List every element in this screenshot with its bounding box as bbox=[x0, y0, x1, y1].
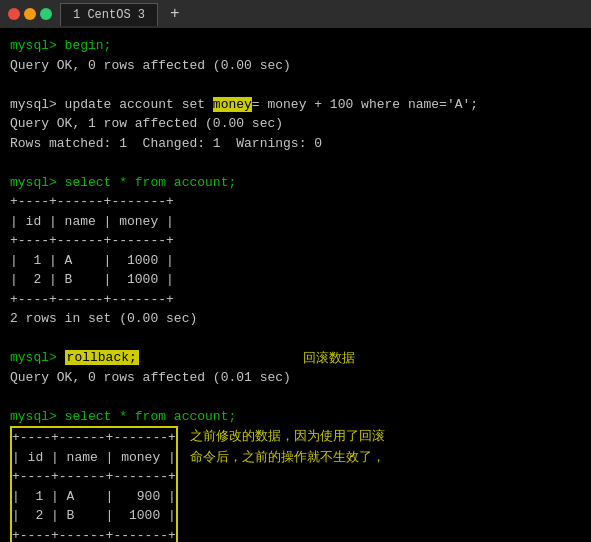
cmd-select1: mysql> select * from account; bbox=[10, 173, 581, 193]
rollback-annotation: 回滚数据 bbox=[303, 348, 355, 368]
table2-annotation: 之前修改的数据，因为使用了回滚命令后，之前的操作就不生效了， bbox=[190, 426, 390, 468]
table2-row2: | 2 | B | 1000 | bbox=[12, 506, 176, 526]
cmd-rollback: mysql> rollback; bbox=[10, 348, 291, 368]
cmd-update: mysql> update account set money= money +… bbox=[10, 95, 581, 115]
table1-header: | id | name | money | bbox=[10, 212, 581, 232]
new-tab-button[interactable]: + bbox=[170, 5, 180, 23]
terminal-tab[interactable]: 1 CentOS 3 bbox=[60, 3, 158, 26]
rollback-command-block: mysql> rollback; Query OK, 0 rows affect… bbox=[10, 348, 291, 387]
table2-header: | id | name | money | bbox=[12, 448, 176, 468]
table1-row2: | 2 | B | 1000 | bbox=[10, 270, 581, 290]
table2-border-bot: +----+------+-------+ bbox=[12, 526, 176, 543]
table1-border-top: +----+------+-------+ bbox=[10, 192, 581, 212]
cmd-select2: mysql> select * from account; bbox=[10, 407, 581, 427]
minimize-icon[interactable] bbox=[24, 8, 36, 20]
out-update1: Query OK, 1 row affected (0.00 sec) bbox=[10, 114, 581, 134]
out-begin: Query OK, 0 rows affected (0.00 sec) bbox=[10, 56, 581, 76]
table2-row1: | 1 | A | 900 | bbox=[12, 487, 176, 507]
table2-section: +----+------+-------+ | id | name | mone… bbox=[10, 426, 581, 542]
table1-border-bot: +----+------+-------+ bbox=[10, 290, 581, 310]
title-bar: 1 CentOS 3 + bbox=[0, 0, 591, 28]
out-update2: Rows matched: 1 Changed: 1 Warnings: 0 bbox=[10, 134, 581, 154]
rows-in-set-1: 2 rows in set (0.00 sec) bbox=[10, 309, 581, 329]
terminal-window[interactable]: mysql> begin; Query OK, 0 rows affected … bbox=[0, 28, 591, 542]
rollback-highlight: rollback; bbox=[65, 350, 139, 365]
rollback-section: mysql> rollback; Query OK, 0 rows affect… bbox=[10, 348, 581, 387]
window-controls bbox=[8, 8, 52, 20]
cmd-begin: mysql> begin; bbox=[10, 36, 581, 56]
table1-row1: | 1 | A | 1000 | bbox=[10, 251, 581, 271]
tab-label: 1 CentOS 3 bbox=[73, 8, 145, 22]
table2-box: +----+------+-------+ | id | name | mone… bbox=[10, 426, 178, 542]
table2-border-top: +----+------+-------+ bbox=[12, 428, 176, 448]
maximize-icon[interactable] bbox=[40, 8, 52, 20]
table2-sep: +----+------+-------+ bbox=[12, 467, 176, 487]
out-rollback: Query OK, 0 rows affected (0.01 sec) bbox=[10, 368, 291, 388]
table1-sep: +----+------+-------+ bbox=[10, 231, 581, 251]
close-icon[interactable] bbox=[8, 8, 20, 20]
